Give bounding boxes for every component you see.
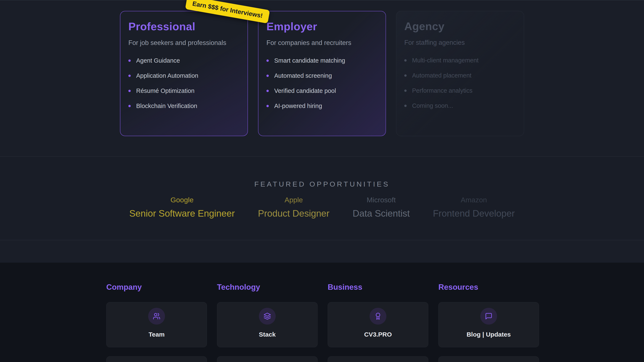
plans-row: Earn $$$ for Interviews! Professional Fo… (120, 11, 524, 136)
pricing-and-footer-page: Earn $$$ for Interviews! Professional Fo… (0, 0, 644, 362)
bullet-dot-icon (128, 90, 131, 92)
bullet-dot-icon (128, 105, 131, 107)
plan-subtitle: For job seekers and professionals (128, 39, 240, 47)
featured-job-amazon[interactable]: Amazon Frontend Developer (433, 196, 515, 219)
job-title: Senior Software Engineer (129, 208, 235, 219)
plan-feature: Résumé Optimization (128, 88, 240, 94)
plan-card-agency: Agency For staffing agencies Multi-clien… (396, 11, 524, 136)
message-icon (480, 308, 497, 325)
job-company: Apple (258, 196, 330, 204)
spacer-band (0, 240, 644, 263)
footer-grid: Company Team Technology (0, 283, 644, 362)
plan-feature-label: Automated placement (412, 72, 472, 79)
footer-card-partial[interactable] (106, 356, 207, 362)
plan-feature-label: Performance analytics (412, 87, 472, 94)
plan-feature: Performance analytics (404, 88, 516, 94)
plan-feature: Automated screening (266, 73, 378, 79)
plan-feature: Automated placement (404, 72, 516, 79)
footer-heading: Resources (438, 283, 539, 292)
bullet-dot-icon (404, 90, 406, 92)
featured-job-apple[interactable]: Apple Product Designer (258, 196, 330, 219)
plan-feature: Application Automation (128, 73, 240, 79)
plan-feature-label: Résumé Optimization (136, 87, 194, 94)
footer-card-partial[interactable] (328, 356, 428, 362)
plan-feature: Agent Guidance (128, 58, 240, 64)
footer-card-label: Stack (217, 331, 317, 338)
plan-feature-label: Smart candidate matching (274, 57, 345, 64)
bullet-dot-icon (266, 59, 269, 62)
plan-feature-label: Application Automation (136, 72, 198, 79)
plan-card-professional[interactable]: Professional For job seekers and profess… (120, 11, 248, 136)
plan-feature: Multi-client management (404, 57, 516, 63)
footer-card-partial[interactable] (438, 356, 539, 362)
footer-card-label: CV3.PRO (328, 331, 428, 338)
bullet-dot-icon (404, 105, 406, 107)
plan-feature: Verified candidate pool (266, 88, 378, 94)
plan-feature: Coming soon... (404, 103, 516, 109)
featured-job-microsoft[interactable]: Microsoft Data Scientist (353, 196, 410, 219)
featured-job-google[interactable]: Google Senior Software Engineer (129, 196, 235, 219)
plan-feature-list: Multi-client management Automated placem… (404, 57, 516, 109)
bullet-dot-icon (266, 75, 269, 77)
footer-column-business: Business CV3.PRO (328, 283, 428, 362)
featured-heading: FEATURED OPPORTUNITIES (0, 157, 644, 188)
plan-feature: Blockchain Verification (128, 103, 240, 109)
bullet-dot-icon (404, 74, 406, 77)
footer-card-cv3pro[interactable]: CV3.PRO (328, 302, 428, 347)
plan-feature-label: Agent Guidance (136, 57, 180, 64)
footer-card-partial[interactable] (217, 356, 318, 362)
plan-feature-label: Blockchain Verification (136, 103, 197, 109)
site-footer: Company Team Technology (0, 263, 644, 362)
bullet-dot-icon (128, 59, 131, 62)
plan-feature-label: Verified candidate pool (274, 87, 336, 94)
plan-feature-label: Automated screening (274, 72, 332, 79)
bullet-dot-icon (128, 75, 131, 77)
featured-jobs-row: Google Senior Software Engineer Apple Pr… (0, 196, 644, 219)
featured-opportunities-section: FEATURED OPPORTUNITIES Google Senior Sof… (0, 157, 644, 240)
plan-subtitle: For staffing agencies (404, 39, 516, 46)
plan-feature-label: Multi-client management (412, 57, 478, 64)
footer-card-stack[interactable]: Stack (217, 302, 318, 347)
footer-card-blog[interactable]: Blog | Updates (438, 302, 539, 347)
plan-title: Professional (128, 20, 240, 33)
footer-heading: Business (328, 283, 428, 292)
award-icon (370, 308, 386, 325)
users-icon (148, 308, 165, 325)
plan-subtitle: For companies and recruiters (266, 39, 378, 47)
plan-feature: AI-powered hiring (266, 103, 378, 109)
footer-heading: Technology (217, 283, 318, 292)
footer-card-team[interactable]: Team (106, 302, 207, 347)
bullet-dot-icon (404, 59, 406, 62)
job-title: Frontend Developer (433, 208, 515, 219)
job-company: Amazon (433, 196, 515, 204)
plan-feature: Smart candidate matching (266, 58, 378, 64)
footer-column-company: Company Team (106, 283, 207, 362)
plan-feature-label: Coming soon... (412, 102, 453, 109)
job-company: Microsoft (353, 196, 410, 204)
footer-heading: Company (106, 283, 207, 292)
job-company: Google (129, 196, 235, 204)
footer-card-label: Team (106, 331, 207, 338)
footer-column-resources: Resources Blog | Updates (438, 283, 539, 362)
plan-title: Employer (266, 20, 378, 33)
job-title: Product Designer (258, 208, 330, 219)
bullet-dot-icon (266, 105, 269, 107)
job-title: Data Scientist (353, 208, 410, 219)
layers-icon (259, 308, 276, 325)
bullet-dot-icon (266, 90, 269, 92)
plan-feature-list: Smart candidate matching Automated scree… (266, 58, 378, 109)
plan-title: Agency (404, 20, 516, 32)
footer-card-label: Blog | Updates (438, 331, 539, 338)
plans-section: Earn $$$ for Interviews! Professional Fo… (0, 0, 644, 157)
plan-card-employer[interactable]: Employer For companies and recruiters Sm… (258, 11, 386, 136)
plan-feature-list: Agent Guidance Application Automation Ré… (128, 58, 240, 109)
footer-column-technology: Technology Stack (217, 283, 318, 362)
plan-feature-label: AI-powered hiring (274, 103, 322, 109)
